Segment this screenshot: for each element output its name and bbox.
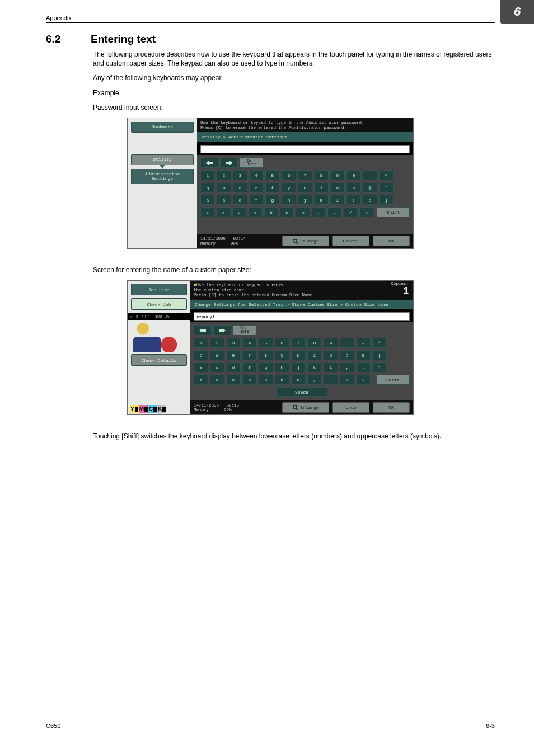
key-@[interactable]: @ <box>363 183 377 193</box>
key-[[interactable]: [ <box>379 183 394 193</box>
key-d[interactable]: d <box>226 362 241 372</box>
key-[[interactable]: [ <box>372 350 387 360</box>
key-v[interactable]: v <box>248 207 262 217</box>
key-4[interactable]: 4 <box>249 170 264 180</box>
delete-button[interactable]: De- lete <box>240 158 263 168</box>
key-b[interactable]: b <box>259 375 273 385</box>
key-x[interactable]: x <box>216 207 230 217</box>
key-6[interactable]: 6 <box>282 170 296 180</box>
key-7[interactable]: 7 <box>291 338 306 348</box>
ok-button[interactable]: OK <box>373 236 410 246</box>
key-0[interactable]: 0 <box>340 338 354 348</box>
key-v[interactable]: v <box>242 375 257 385</box>
key-z[interactable]: z <box>194 375 208 385</box>
cancel-button[interactable]: Cancel <box>332 236 369 246</box>
key-.[interactable]: . <box>327 207 341 217</box>
key-l[interactable]: l <box>330 195 345 205</box>
key-y[interactable]: y <box>282 183 296 193</box>
key-:[interactable]: : <box>356 362 371 372</box>
key-5[interactable]: 5 <box>259 338 273 348</box>
cursor-right-button[interactable] <box>220 158 238 168</box>
key-w[interactable]: w <box>210 350 224 360</box>
key-1[interactable]: 1 <box>194 338 208 348</box>
password-input[interactable] <box>200 145 410 153</box>
key-n[interactable]: n <box>275 375 289 385</box>
key-j[interactable]: j <box>298 195 312 205</box>
key-a[interactable]: a <box>200 195 215 205</box>
key-9[interactable]: 9 <box>324 338 338 348</box>
key-8[interactable]: 8 <box>307 338 322 348</box>
key-6[interactable]: 6 <box>275 338 289 348</box>
shift-key[interactable]: Shift <box>377 207 410 217</box>
key-e[interactable]: e <box>233 183 247 193</box>
custom-size-name-input[interactable] <box>194 312 410 321</box>
key-][interactable]: ] <box>379 195 394 205</box>
key-4[interactable]: 4 <box>242 338 257 348</box>
key-i[interactable]: i <box>314 183 329 193</box>
key-;[interactable]: ; <box>346 195 361 205</box>
key-\[interactable]: \ <box>356 375 371 385</box>
key-^[interactable]: ^ <box>372 338 387 348</box>
key-s[interactable]: s <box>210 362 224 372</box>
nav-utility[interactable]: Utility <box>131 154 194 165</box>
shift-key[interactable]: Shift <box>376 375 410 385</box>
key-u[interactable]: u <box>298 183 312 193</box>
key-s[interactable]: s <box>217 195 231 205</box>
delete-button[interactable]: De- lete <box>233 325 256 335</box>
cursor-right-button[interactable] <box>213 325 231 335</box>
key-2[interactable]: 2 <box>210 338 224 348</box>
enlarge-button[interactable]: Enlarge <box>282 236 329 246</box>
key-w[interactable]: w <box>217 183 231 193</box>
key-a[interactable]: a <box>194 362 208 372</box>
key-h[interactable]: h <box>275 362 289 372</box>
key-r[interactable]: r <box>242 350 257 360</box>
key-o[interactable]: o <box>330 183 345 193</box>
key-o[interactable]: o <box>324 350 338 360</box>
key-u[interactable]: u <box>291 350 306 360</box>
ok-button[interactable]: OK <box>373 402 410 413</box>
enlarge-button[interactable]: Enlarge <box>282 402 329 413</box>
key-\[interactable]: \ <box>359 207 373 217</box>
undo-button[interactable]: Undo <box>332 402 369 413</box>
key-l[interactable]: l <box>324 362 338 372</box>
key-m[interactable]: m <box>291 375 306 385</box>
key-c[interactable]: c <box>232 207 246 217</box>
key-2[interactable]: 2 <box>217 170 231 180</box>
key-t[interactable]: t <box>259 350 273 360</box>
key-q[interactable]: q <box>200 183 215 193</box>
key-3[interactable]: 3 <box>226 338 241 348</box>
cursor-left-button[interactable] <box>200 158 218 168</box>
key-@[interactable]: @ <box>356 350 371 360</box>
key-g[interactable]: g <box>259 362 273 372</box>
key-b[interactable]: b <box>264 207 278 217</box>
nav-job-list[interactable]: Job List <box>131 284 187 295</box>
key-^[interactable]: ^ <box>379 170 394 180</box>
key-:[interactable]: : <box>363 195 377 205</box>
key-f[interactable]: f <box>249 195 264 205</box>
nav-check-job[interactable]: Check Job <box>131 298 187 310</box>
key-m[interactable]: m <box>296 207 310 217</box>
key-/[interactable]: / <box>340 375 354 385</box>
nav-bookmark[interactable]: Bookmark <box>131 122 194 133</box>
key-;[interactable]: ; <box>340 362 354 372</box>
key-f[interactable]: f <box>242 362 257 372</box>
key-p[interactable]: p <box>346 183 361 193</box>
key-x[interactable]: x <box>210 375 224 385</box>
key-e[interactable]: e <box>226 350 241 360</box>
key-7[interactable]: 7 <box>298 170 312 180</box>
key-3[interactable]: 3 <box>233 170 247 180</box>
key-,[interactable]: , <box>307 375 322 385</box>
cursor-left-button[interactable] <box>194 325 212 335</box>
key-][interactable]: ] <box>372 362 387 372</box>
key-g[interactable]: g <box>265 195 280 205</box>
key-y[interactable]: y <box>275 350 289 360</box>
key-j[interactable]: j <box>291 362 306 372</box>
space-key[interactable]: Space <box>276 387 327 397</box>
key-p[interactable]: p <box>340 350 354 360</box>
key-n[interactable]: n <box>280 207 294 217</box>
key-k[interactable]: k <box>307 362 322 372</box>
key-5[interactable]: 5 <box>265 170 280 180</box>
key-.[interactable]: . <box>324 375 338 385</box>
key-h[interactable]: h <box>282 195 296 205</box>
check-details-button[interactable]: Check Details <box>131 354 187 366</box>
